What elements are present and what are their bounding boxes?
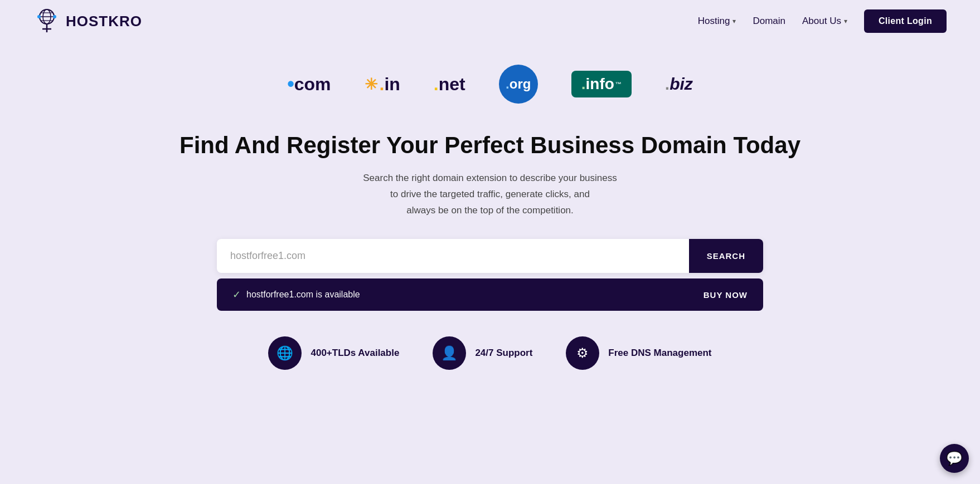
about-chevron-icon: ▾ <box>844 17 847 25</box>
feature-tlds: 🌐 400+TLDs Available <box>268 336 399 370</box>
logo-icon <box>33 8 60 35</box>
feature-support: 👤 24/7 Support <box>433 336 532 370</box>
net-text: net <box>439 74 465 95</box>
brand-name: HOSTKRO <box>66 13 142 30</box>
person-icon: 👤 <box>433 336 466 370</box>
net-dot: . <box>434 74 439 95</box>
chat-icon: 💬 <box>946 451 963 466</box>
in-text: in <box>384 74 400 95</box>
biz-dot: . <box>665 75 669 94</box>
check-icon: ✓ <box>232 289 241 301</box>
search-button[interactable]: SEARCH <box>689 239 763 273</box>
hero-title: Find And Register Your Perfect Business … <box>179 131 801 159</box>
logo-link[interactable]: HOSTKRO <box>33 8 142 35</box>
support-label: 24/7 Support <box>475 348 532 359</box>
tld-net: .net <box>434 74 465 95</box>
biz-text: biz <box>669 75 693 94</box>
globe-icon: 🌐 <box>268 336 302 370</box>
search-box: SEARCH <box>217 239 763 273</box>
tlds-label: 400+TLDs Available <box>311 348 399 359</box>
tld-org: .org <box>499 65 538 104</box>
domain-available-text: hostforfree1.com is available <box>246 290 360 300</box>
in-dot: . <box>380 74 385 95</box>
svg-point-7 <box>37 15 41 18</box>
domain-search-input[interactable] <box>217 239 689 273</box>
tld-info: .info ™ <box>571 71 632 97</box>
availability-status: ✓ hostforfree1.com is available <box>232 289 360 301</box>
svg-point-8 <box>53 15 56 18</box>
nav-about[interactable]: About Us ▾ <box>802 16 847 27</box>
info-text: info <box>586 75 614 93</box>
com-text: com <box>294 74 331 95</box>
tld-row: •com ✳.in .net .org .info ™ .biz <box>287 65 693 104</box>
nav-links: Hosting ▾ Domain About Us ▾ Client Login <box>698 9 947 33</box>
tld-com: •com <box>287 72 331 96</box>
gear-icon: ⚙ <box>566 336 599 370</box>
features-row: 🌐 400+TLDs Available 👤 24/7 Support ⚙ Fr… <box>268 331 711 381</box>
chat-bubble-button[interactable]: 💬 <box>940 444 969 473</box>
navbar: HOSTKRO Hosting ▾ Domain About Us ▾ Clie… <box>0 0 980 42</box>
nav-domain[interactable]: Domain <box>753 16 785 27</box>
feature-dns: ⚙ Free DNS Management <box>566 336 711 370</box>
dns-label: Free DNS Management <box>608 348 711 359</box>
org-dot: . <box>506 76 510 92</box>
availability-bar: ✓ hostforfree1.com is available BUY NOW <box>217 278 763 311</box>
hosting-chevron-icon: ▾ <box>732 17 736 25</box>
buy-now-button[interactable]: BUY NOW <box>704 290 748 300</box>
com-dot: • <box>287 72 294 96</box>
search-wrapper: SEARCH <box>217 239 763 273</box>
tld-biz: .biz <box>665 75 693 94</box>
nav-hosting[interactable]: Hosting ▾ <box>698 16 736 27</box>
hero-subtitle: Search the right domain extension to des… <box>363 170 617 219</box>
hero-section: •com ✳.in .net .org .info ™ .biz Find An… <box>0 42 980 398</box>
info-dot: . <box>581 75 586 93</box>
sun-icon: ✳ <box>365 75 377 94</box>
tld-in: ✳.in <box>365 74 400 95</box>
org-text: org <box>510 76 531 92</box>
client-login-button[interactable]: Client Login <box>864 9 947 33</box>
